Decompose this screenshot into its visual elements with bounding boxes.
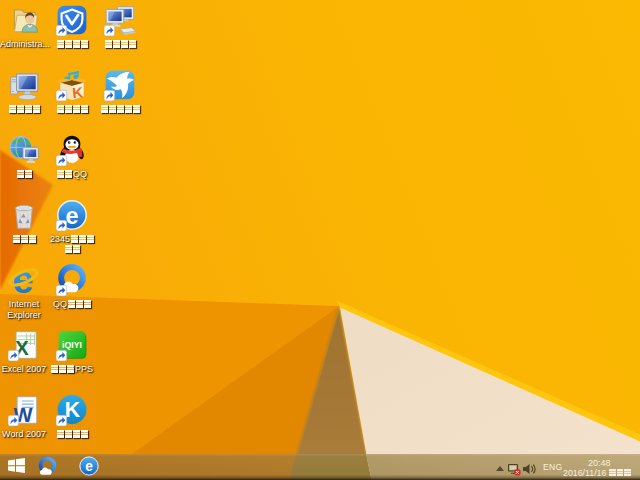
svg-text:K: K xyxy=(72,84,84,101)
svg-text:e: e xyxy=(66,203,79,229)
svg-text:iQIYI: iQIYI xyxy=(62,340,82,350)
svg-text:K: K xyxy=(65,398,81,422)
svg-text:e: e xyxy=(85,459,93,474)
